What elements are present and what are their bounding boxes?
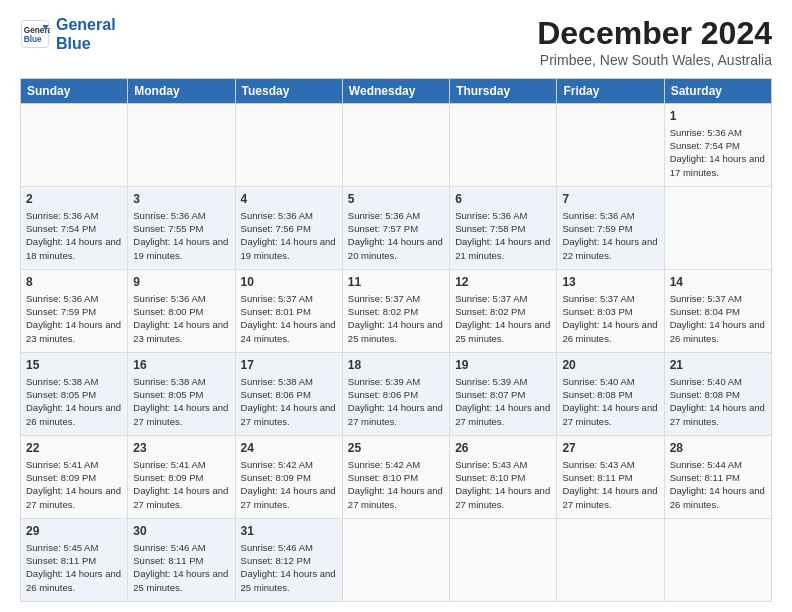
- sunset-text: Sunset: 8:05 PM: [133, 389, 203, 400]
- daylight-text: Daylight: 14 hours and 26 minutes.: [26, 402, 121, 426]
- day-number: 6: [455, 191, 551, 208]
- day-number: 21: [670, 357, 766, 374]
- daylight-text: Daylight: 14 hours and 27 minutes.: [670, 402, 765, 426]
- calendar-cell: [557, 519, 664, 602]
- day-number: 19: [455, 357, 551, 374]
- daylight-text: Daylight: 14 hours and 27 minutes.: [133, 485, 228, 509]
- daylight-text: Daylight: 14 hours and 22 minutes.: [562, 236, 657, 260]
- sunrise-text: Sunrise: 5:36 AM: [455, 210, 527, 221]
- day-number: 11: [348, 274, 444, 291]
- week-row-2: 2Sunrise: 5:36 AMSunset: 7:54 PMDaylight…: [21, 187, 772, 270]
- sunrise-text: Sunrise: 5:42 AM: [241, 459, 313, 470]
- day-number: 7: [562, 191, 658, 208]
- day-number: 31: [241, 523, 337, 540]
- sunset-text: Sunset: 8:12 PM: [241, 555, 311, 566]
- sunrise-text: Sunrise: 5:36 AM: [133, 210, 205, 221]
- sunset-text: Sunset: 7:59 PM: [562, 223, 632, 234]
- week-row-4: 15Sunrise: 5:38 AMSunset: 8:05 PMDayligh…: [21, 353, 772, 436]
- sunrise-text: Sunrise: 5:37 AM: [670, 293, 742, 304]
- daylight-text: Daylight: 14 hours and 27 minutes.: [562, 485, 657, 509]
- main-title: December 2024: [537, 15, 772, 52]
- day-number: 4: [241, 191, 337, 208]
- logo-icon: General Blue: [20, 19, 50, 49]
- sunrise-text: Sunrise: 5:39 AM: [348, 376, 420, 387]
- daylight-text: Daylight: 14 hours and 26 minutes.: [562, 319, 657, 343]
- sunrise-text: Sunrise: 5:38 AM: [26, 376, 98, 387]
- daylight-text: Daylight: 14 hours and 19 minutes.: [241, 236, 336, 260]
- sunset-text: Sunset: 7:54 PM: [670, 140, 740, 151]
- sunrise-text: Sunrise: 5:36 AM: [670, 127, 742, 138]
- sunset-text: Sunset: 8:06 PM: [348, 389, 418, 400]
- calendar-cell: 9Sunrise: 5:36 AMSunset: 8:00 PMDaylight…: [128, 270, 235, 353]
- day-number: 8: [26, 274, 122, 291]
- sunset-text: Sunset: 8:10 PM: [348, 472, 418, 483]
- calendar-cell: 24Sunrise: 5:42 AMSunset: 8:09 PMDayligh…: [235, 436, 342, 519]
- sunrise-text: Sunrise: 5:36 AM: [562, 210, 634, 221]
- sunset-text: Sunset: 7:55 PM: [133, 223, 203, 234]
- sunset-text: Sunset: 8:11 PM: [562, 472, 632, 483]
- sunset-text: Sunset: 8:08 PM: [670, 389, 740, 400]
- calendar-cell: [342, 519, 449, 602]
- calendar-cell: 6Sunrise: 5:36 AMSunset: 7:58 PMDaylight…: [450, 187, 557, 270]
- sunset-text: Sunset: 8:09 PM: [26, 472, 96, 483]
- daylight-text: Daylight: 14 hours and 27 minutes.: [348, 485, 443, 509]
- calendar-cell: [664, 519, 771, 602]
- sunrise-text: Sunrise: 5:43 AM: [562, 459, 634, 470]
- week-row-5: 22Sunrise: 5:41 AMSunset: 8:09 PMDayligh…: [21, 436, 772, 519]
- daylight-text: Daylight: 14 hours and 17 minutes.: [670, 153, 765, 177]
- daylight-text: Daylight: 14 hours and 20 minutes.: [348, 236, 443, 260]
- calendar-cell: 16Sunrise: 5:38 AMSunset: 8:05 PMDayligh…: [128, 353, 235, 436]
- day-number: 1: [670, 108, 766, 125]
- sunset-text: Sunset: 8:04 PM: [670, 306, 740, 317]
- calendar-cell: 7Sunrise: 5:36 AMSunset: 7:59 PMDaylight…: [557, 187, 664, 270]
- daylight-text: Daylight: 14 hours and 25 minutes.: [241, 568, 336, 592]
- sunrise-text: Sunrise: 5:36 AM: [26, 293, 98, 304]
- sunset-text: Sunset: 8:11 PM: [670, 472, 740, 483]
- sunset-text: Sunset: 7:56 PM: [241, 223, 311, 234]
- sunset-text: Sunset: 8:09 PM: [133, 472, 203, 483]
- daylight-text: Daylight: 14 hours and 26 minutes.: [670, 319, 765, 343]
- sunset-text: Sunset: 8:05 PM: [26, 389, 96, 400]
- calendar-cell: 1Sunrise: 5:36 AMSunset: 7:54 PMDaylight…: [664, 104, 771, 187]
- calendar-cell: 26Sunrise: 5:43 AMSunset: 8:10 PMDayligh…: [450, 436, 557, 519]
- calendar-table: SundayMondayTuesdayWednesdayThursdayFrid…: [20, 78, 772, 602]
- sunrise-text: Sunrise: 5:46 AM: [241, 542, 313, 553]
- daylight-text: Daylight: 14 hours and 27 minutes.: [241, 485, 336, 509]
- day-number: 24: [241, 440, 337, 457]
- sunrise-text: Sunrise: 5:36 AM: [133, 293, 205, 304]
- daylight-text: Daylight: 14 hours and 27 minutes.: [26, 485, 121, 509]
- daylight-text: Daylight: 14 hours and 25 minutes.: [455, 319, 550, 343]
- day-number: 5: [348, 191, 444, 208]
- sunrise-text: Sunrise: 5:37 AM: [562, 293, 634, 304]
- calendar-cell: 13Sunrise: 5:37 AMSunset: 8:03 PMDayligh…: [557, 270, 664, 353]
- calendar-cell: 14Sunrise: 5:37 AMSunset: 8:04 PMDayligh…: [664, 270, 771, 353]
- day-number: 29: [26, 523, 122, 540]
- sunrise-text: Sunrise: 5:39 AM: [455, 376, 527, 387]
- sunset-text: Sunset: 8:09 PM: [241, 472, 311, 483]
- sunrise-text: Sunrise: 5:38 AM: [133, 376, 205, 387]
- sunrise-text: Sunrise: 5:42 AM: [348, 459, 420, 470]
- calendar-cell: 3Sunrise: 5:36 AMSunset: 7:55 PMDaylight…: [128, 187, 235, 270]
- daylight-text: Daylight: 14 hours and 25 minutes.: [348, 319, 443, 343]
- calendar-cell: [450, 104, 557, 187]
- sunset-text: Sunset: 8:02 PM: [455, 306, 525, 317]
- day-number: 26: [455, 440, 551, 457]
- calendar-cell: [664, 187, 771, 270]
- sunrise-text: Sunrise: 5:46 AM: [133, 542, 205, 553]
- sunset-text: Sunset: 8:02 PM: [348, 306, 418, 317]
- week-row-3: 8Sunrise: 5:36 AMSunset: 7:59 PMDaylight…: [21, 270, 772, 353]
- calendar-cell: [450, 519, 557, 602]
- calendar-cell: 31Sunrise: 5:46 AMSunset: 8:12 PMDayligh…: [235, 519, 342, 602]
- calendar-cell: 12Sunrise: 5:37 AMSunset: 8:02 PMDayligh…: [450, 270, 557, 353]
- day-number: 27: [562, 440, 658, 457]
- day-number: 3: [133, 191, 229, 208]
- calendar-cell: 8Sunrise: 5:36 AMSunset: 7:59 PMDaylight…: [21, 270, 128, 353]
- daylight-text: Daylight: 14 hours and 27 minutes.: [455, 402, 550, 426]
- daylight-text: Daylight: 14 hours and 23 minutes.: [133, 319, 228, 343]
- sunset-text: Sunset: 8:11 PM: [26, 555, 96, 566]
- sunrise-text: Sunrise: 5:40 AM: [562, 376, 634, 387]
- sunset-text: Sunset: 7:57 PM: [348, 223, 418, 234]
- day-number: 25: [348, 440, 444, 457]
- sunrise-text: Sunrise: 5:36 AM: [241, 210, 313, 221]
- sunset-text: Sunset: 8:07 PM: [455, 389, 525, 400]
